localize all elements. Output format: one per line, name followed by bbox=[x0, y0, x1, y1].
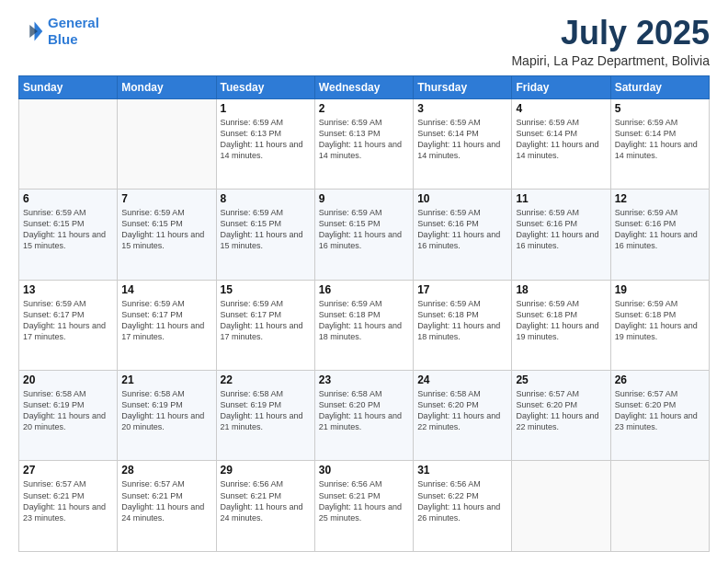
cell-details: Sunrise: 6:59 AM Sunset: 6:13 PM Dayligh… bbox=[221, 117, 311, 162]
calendar-header-row: Sunday Monday Tuesday Wednesday Thursday… bbox=[19, 75, 710, 98]
table-row bbox=[610, 461, 709, 552]
day-number: 8 bbox=[221, 192, 311, 205]
day-number: 6 bbox=[23, 192, 113, 205]
day-number: 3 bbox=[417, 102, 507, 115]
table-row: 6Sunrise: 6:59 AM Sunset: 6:15 PM Daylig… bbox=[19, 190, 118, 280]
table-row: 5Sunrise: 6:59 AM Sunset: 6:14 PM Daylig… bbox=[610, 98, 709, 189]
day-number: 15 bbox=[221, 283, 311, 296]
cell-details: Sunrise: 6:59 AM Sunset: 6:14 PM Dayligh… bbox=[615, 117, 705, 162]
table-row: 24Sunrise: 6:58 AM Sunset: 6:20 PM Dayli… bbox=[414, 371, 512, 461]
table-row: 7Sunrise: 6:59 AM Sunset: 6:15 PM Daylig… bbox=[118, 190, 216, 280]
table-row: 4Sunrise: 6:59 AM Sunset: 6:14 PM Daylig… bbox=[512, 98, 610, 189]
logo: General Blue bbox=[18, 15, 99, 48]
cell-details: Sunrise: 6:59 AM Sunset: 6:15 PM Dayligh… bbox=[23, 207, 113, 252]
page: General Blue July 2025 Mapiri, La Paz De… bbox=[0, 0, 728, 563]
cell-details: Sunrise: 6:56 AM Sunset: 6:21 PM Dayligh… bbox=[319, 478, 409, 523]
table-row bbox=[19, 98, 118, 189]
cell-details: Sunrise: 6:59 AM Sunset: 6:15 PM Dayligh… bbox=[319, 207, 409, 252]
table-row: 12Sunrise: 6:59 AM Sunset: 6:16 PM Dayli… bbox=[610, 190, 709, 280]
calendar-week-row: 6Sunrise: 6:59 AM Sunset: 6:15 PM Daylig… bbox=[19, 190, 710, 280]
month-title: July 2025 bbox=[511, 15, 710, 52]
day-number: 27 bbox=[23, 464, 113, 477]
logo-icon bbox=[18, 18, 44, 44]
day-number: 1 bbox=[221, 102, 311, 115]
col-tuesday: Tuesday bbox=[216, 75, 314, 98]
day-number: 4 bbox=[516, 102, 606, 115]
day-number: 21 bbox=[121, 373, 211, 386]
calendar-table: Sunday Monday Tuesday Wednesday Thursday… bbox=[18, 75, 710, 552]
col-monday: Monday bbox=[118, 75, 216, 98]
table-row: 30Sunrise: 6:56 AM Sunset: 6:21 PM Dayli… bbox=[314, 461, 413, 552]
day-number: 26 bbox=[615, 373, 705, 386]
table-row: 13Sunrise: 6:59 AM Sunset: 6:17 PM Dayli… bbox=[19, 280, 118, 370]
day-number: 7 bbox=[121, 192, 211, 205]
day-number: 28 bbox=[121, 464, 211, 477]
day-number: 9 bbox=[319, 192, 409, 205]
day-number: 30 bbox=[319, 464, 409, 477]
cell-details: Sunrise: 6:58 AM Sunset: 6:20 PM Dayligh… bbox=[417, 388, 507, 433]
cell-details: Sunrise: 6:59 AM Sunset: 6:16 PM Dayligh… bbox=[516, 207, 606, 252]
cell-details: Sunrise: 6:58 AM Sunset: 6:19 PM Dayligh… bbox=[121, 388, 211, 433]
table-row: 27Sunrise: 6:57 AM Sunset: 6:21 PM Dayli… bbox=[19, 461, 118, 552]
table-row: 2Sunrise: 6:59 AM Sunset: 6:13 PM Daylig… bbox=[314, 98, 413, 189]
col-wednesday: Wednesday bbox=[314, 75, 413, 98]
cell-details: Sunrise: 6:59 AM Sunset: 6:16 PM Dayligh… bbox=[417, 207, 507, 252]
table-row: 19Sunrise: 6:59 AM Sunset: 6:18 PM Dayli… bbox=[610, 280, 709, 370]
cell-details: Sunrise: 6:59 AM Sunset: 6:15 PM Dayligh… bbox=[121, 207, 211, 252]
cell-details: Sunrise: 6:59 AM Sunset: 6:18 PM Dayligh… bbox=[417, 298, 507, 343]
logo-line2: Blue bbox=[48, 31, 78, 47]
table-row: 9Sunrise: 6:59 AM Sunset: 6:15 PM Daylig… bbox=[314, 190, 413, 280]
calendar-week-row: 1Sunrise: 6:59 AM Sunset: 6:13 PM Daylig… bbox=[19, 98, 710, 189]
table-row: 23Sunrise: 6:58 AM Sunset: 6:20 PM Dayli… bbox=[314, 371, 413, 461]
day-number: 24 bbox=[417, 373, 507, 386]
day-number: 16 bbox=[319, 283, 409, 296]
day-number: 20 bbox=[23, 373, 113, 386]
table-row: 20Sunrise: 6:58 AM Sunset: 6:19 PM Dayli… bbox=[19, 371, 118, 461]
day-number: 19 bbox=[615, 283, 705, 296]
cell-details: Sunrise: 6:59 AM Sunset: 6:13 PM Dayligh… bbox=[319, 117, 409, 162]
col-sunday: Sunday bbox=[19, 75, 118, 98]
calendar-week-row: 13Sunrise: 6:59 AM Sunset: 6:17 PM Dayli… bbox=[19, 280, 710, 370]
day-number: 22 bbox=[221, 373, 311, 386]
table-row: 22Sunrise: 6:58 AM Sunset: 6:19 PM Dayli… bbox=[216, 371, 314, 461]
day-number: 5 bbox=[615, 102, 705, 115]
table-row: 21Sunrise: 6:58 AM Sunset: 6:19 PM Dayli… bbox=[118, 371, 216, 461]
cell-details: Sunrise: 6:59 AM Sunset: 6:17 PM Dayligh… bbox=[221, 298, 311, 343]
cell-details: Sunrise: 6:59 AM Sunset: 6:18 PM Dayligh… bbox=[615, 298, 705, 343]
cell-details: Sunrise: 6:58 AM Sunset: 6:19 PM Dayligh… bbox=[23, 388, 113, 433]
table-row: 15Sunrise: 6:59 AM Sunset: 6:17 PM Dayli… bbox=[216, 280, 314, 370]
cell-details: Sunrise: 6:57 AM Sunset: 6:20 PM Dayligh… bbox=[516, 388, 606, 433]
table-row: 28Sunrise: 6:57 AM Sunset: 6:21 PM Dayli… bbox=[118, 461, 216, 552]
day-number: 11 bbox=[516, 192, 606, 205]
day-number: 2 bbox=[319, 102, 409, 115]
cell-details: Sunrise: 6:59 AM Sunset: 6:18 PM Dayligh… bbox=[516, 298, 606, 343]
day-number: 18 bbox=[516, 283, 606, 296]
cell-details: Sunrise: 6:58 AM Sunset: 6:20 PM Dayligh… bbox=[319, 388, 409, 433]
table-row: 10Sunrise: 6:59 AM Sunset: 6:16 PM Dayli… bbox=[414, 190, 512, 280]
table-row: 3Sunrise: 6:59 AM Sunset: 6:14 PM Daylig… bbox=[414, 98, 512, 189]
day-number: 14 bbox=[121, 283, 211, 296]
cell-details: Sunrise: 6:57 AM Sunset: 6:20 PM Dayligh… bbox=[615, 388, 705, 433]
day-number: 12 bbox=[615, 192, 705, 205]
cell-details: Sunrise: 6:57 AM Sunset: 6:21 PM Dayligh… bbox=[121, 478, 211, 523]
col-saturday: Saturday bbox=[610, 75, 709, 98]
col-thursday: Thursday bbox=[414, 75, 512, 98]
header: General Blue July 2025 Mapiri, La Paz De… bbox=[18, 15, 710, 68]
cell-details: Sunrise: 6:59 AM Sunset: 6:15 PM Dayligh… bbox=[221, 207, 311, 252]
table-row: 29Sunrise: 6:56 AM Sunset: 6:21 PM Dayli… bbox=[216, 461, 314, 552]
cell-details: Sunrise: 6:56 AM Sunset: 6:21 PM Dayligh… bbox=[221, 478, 311, 523]
cell-details: Sunrise: 6:59 AM Sunset: 6:16 PM Dayligh… bbox=[615, 207, 705, 252]
day-number: 17 bbox=[417, 283, 507, 296]
day-number: 25 bbox=[516, 373, 606, 386]
table-row: 25Sunrise: 6:57 AM Sunset: 6:20 PM Dayli… bbox=[512, 371, 610, 461]
day-number: 29 bbox=[221, 464, 311, 477]
table-row: 11Sunrise: 6:59 AM Sunset: 6:16 PM Dayli… bbox=[512, 190, 610, 280]
table-row: 26Sunrise: 6:57 AM Sunset: 6:20 PM Dayli… bbox=[610, 371, 709, 461]
day-number: 13 bbox=[23, 283, 113, 296]
table-row bbox=[118, 98, 216, 189]
table-row: 1Sunrise: 6:59 AM Sunset: 6:13 PM Daylig… bbox=[216, 98, 314, 189]
day-number: 10 bbox=[417, 192, 507, 205]
cell-details: Sunrise: 6:56 AM Sunset: 6:22 PM Dayligh… bbox=[417, 478, 507, 523]
cell-details: Sunrise: 6:58 AM Sunset: 6:19 PM Dayligh… bbox=[221, 388, 311, 433]
table-row: 8Sunrise: 6:59 AM Sunset: 6:15 PM Daylig… bbox=[216, 190, 314, 280]
